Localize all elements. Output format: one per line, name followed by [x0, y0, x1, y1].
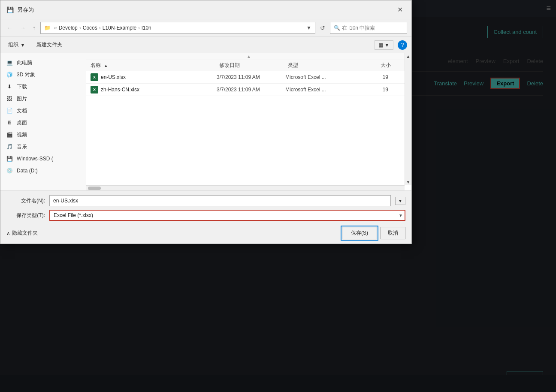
filename-dropdown-btn[interactable]: ▼	[395, 197, 405, 205]
save-button[interactable]: 保存(S)	[342, 227, 377, 239]
nav-item-data-d[interactable]: 💿 Data (D:)	[0, 165, 86, 177]
nav-item-documents[interactable]: 📄 文档	[0, 105, 86, 117]
nav-item-desktop-label: 桌面	[17, 119, 27, 127]
filename-row: 文件名(N): ▼	[6, 195, 405, 206]
view-icon: ▦	[378, 42, 383, 48]
file-date-en: 3/7/2023 11:09 AM	[217, 74, 285, 80]
filetype-select[interactable]: Excel File (*.xlsx)	[49, 210, 405, 221]
organize-button[interactable]: 组织 ▼	[5, 39, 29, 50]
dialog-icon: 💾	[6, 6, 14, 13]
filetype-label: 保存类型(T):	[6, 212, 45, 219]
scroll-top-indicator: ▲	[86, 53, 411, 60]
dialog-title: 💾 另存为	[6, 6, 34, 14]
nav-item-music-label: 音乐	[17, 143, 27, 151]
desktop-icon: 🖥	[6, 119, 13, 127]
dialog-overlay: 💾 另存为 ✕ ← → ↑ 📁 « Develop › Cocos › L10N…	[0, 0, 556, 392]
organize-arrow: ▼	[20, 42, 25, 48]
search-box[interactable]: 🔍	[330, 22, 407, 34]
file-row-en[interactable]: X en-US.xlsx 3/7/2023 11:09 AM Microsoft…	[86, 71, 411, 84]
cancel-button[interactable]: 取消	[381, 227, 405, 239]
nav-forward-button[interactable]: →	[18, 23, 28, 33]
hide-folders-label: 隐藏文件夹	[12, 229, 38, 237]
nav-item-desktop[interactable]: 🖥 桌面	[0, 117, 86, 129]
col-sort-arrow: ▲	[104, 63, 108, 68]
col-size-header: 大小	[357, 62, 391, 69]
search-input[interactable]	[342, 25, 403, 31]
dialog-close-button[interactable]: ✕	[395, 5, 405, 15]
dialog-nav: 💻 此电脑 🧊 3D 对象 ⬇ 下载 🖼 图片 📄 文档	[0, 53, 86, 190]
path-dropdown-button[interactable]: ▼	[306, 25, 311, 31]
nav-item-documents-label: 文档	[17, 107, 27, 115]
file-name-en: X en-US.xlsx	[91, 73, 217, 81]
path-l10n-example: L10N-Example	[103, 25, 136, 31]
scrollbar-thumb-h	[88, 187, 101, 190]
help-button[interactable]: ?	[398, 40, 407, 50]
refresh-button[interactable]: ↺	[318, 23, 327, 33]
dialog-main: 💻 此电脑 🧊 3D 对象 ⬇ 下载 🖼 图片 📄 文档	[0, 53, 411, 190]
nav-item-data-d-label: Data (D:)	[17, 168, 38, 174]
view-arrow: ▼	[384, 42, 390, 48]
file-list-header: 名称 ▲ 修改日期 类型 大小	[86, 60, 411, 71]
nav-up-button[interactable]: ↑	[30, 23, 38, 33]
file-name-en-text: en-US.xlsx	[101, 74, 126, 80]
folder-icon-addr: 📁	[44, 25, 51, 31]
nav-item-3d-label: 3D 对象	[17, 71, 35, 78]
file-date-zh: 3/7/2023 11:09 AM	[217, 87, 285, 93]
organize-label: 组织	[8, 41, 18, 48]
file-type-zh: Microsoft Excel ...	[285, 87, 354, 93]
file-name-zh: X zh-Hans-CN.xlsx	[91, 86, 217, 93]
nav-item-computer[interactable]: 💻 此电脑	[0, 57, 86, 69]
dialog-actions-row: ∧ 隐藏文件夹 保存(S) 取消	[6, 224, 405, 239]
nav-item-download[interactable]: ⬇ 下载	[0, 81, 86, 93]
nav-back-button[interactable]: ←	[5, 23, 15, 33]
documents-icon: 📄	[6, 107, 13, 115]
path-l10n: l10n	[142, 25, 151, 31]
col-date-header[interactable]: 修改日期	[219, 62, 288, 69]
nav-item-windows-ssd-label: Windows-SSD (	[17, 156, 53, 162]
filetype-select-wrapper: Excel File (*.xlsx) ▼	[49, 210, 405, 221]
dialog-file-list: ▲ 名称 ▲ 修改日期 类型 大小 X en-US.xlsx	[86, 53, 411, 190]
nav-item-pictures-label: 图片	[17, 95, 27, 103]
nav-item-3d[interactable]: 🧊 3D 对象	[0, 69, 86, 81]
file-size-en: 19	[354, 74, 388, 80]
scrollbar-down-button[interactable]: ▼	[405, 179, 411, 185]
computer-icon: 💻	[6, 59, 13, 66]
nav-item-videos[interactable]: 🎬 视频	[0, 129, 86, 141]
filename-label: 文件名(N):	[6, 197, 45, 205]
path-sep2: ›	[99, 25, 101, 31]
data-d-icon: 💿	[6, 167, 13, 175]
windows-ssd-icon: 💾	[6, 155, 13, 163]
scrollbar-up-button[interactable]: ▲	[405, 53, 411, 60]
file-size-zh: 19	[354, 87, 388, 93]
3d-icon: 🧊	[6, 71, 13, 78]
view-button[interactable]: ▦ ▼	[375, 40, 393, 50]
nav-item-download-label: 下载	[17, 83, 27, 90]
hide-folders-toggle[interactable]: ∧ 隐藏文件夹	[6, 229, 38, 237]
vertical-scrollbar[interactable]: ▲ ▼	[405, 53, 411, 185]
download-icon: ⬇	[6, 83, 13, 90]
col-type-header: 类型	[288, 62, 357, 69]
scroll-up-arrow: ▲	[247, 54, 251, 59]
address-path[interactable]: 📁 « Develop › Cocos › L10N-Example › l10…	[40, 22, 315, 34]
nav-item-videos-label: 视频	[17, 131, 27, 139]
path-sep1: ›	[79, 25, 81, 31]
nav-item-windows-ssd[interactable]: 💾 Windows-SSD (	[0, 153, 86, 165]
path-prefix: «	[54, 25, 57, 31]
filename-input[interactable]	[49, 195, 391, 206]
path-develop: Develop	[59, 25, 78, 31]
dialog-action-buttons: 保存(S) 取消	[342, 227, 405, 239]
dialog-toolbar: 组织 ▼ 新建文件夹 ▦ ▼ ?	[0, 37, 411, 53]
col-name-header[interactable]: 名称 ▲	[91, 62, 219, 69]
nav-item-pictures[interactable]: 🖼 图片	[0, 93, 86, 105]
path-cocos: Cocos	[83, 25, 97, 31]
path-sep3: ›	[138, 25, 140, 31]
dialog-address-bar: ← → ↑ 📁 « Develop › Cocos › L10N-Example…	[0, 19, 411, 37]
dialog-title-bar: 💾 另存为 ✕	[0, 0, 411, 19]
nav-item-music[interactable]: 🎵 音乐	[0, 141, 86, 153]
horizontal-scrollbar[interactable]	[86, 185, 405, 190]
search-icon: 🔍	[334, 25, 340, 31]
nav-item-computer-label: 此电脑	[17, 59, 32, 66]
file-type-en: Microsoft Excel ...	[285, 74, 354, 80]
file-row-zh[interactable]: X zh-Hans-CN.xlsx 3/7/2023 11:09 AM Micr…	[86, 84, 411, 96]
new-folder-button[interactable]: 新建文件夹	[33, 39, 66, 50]
